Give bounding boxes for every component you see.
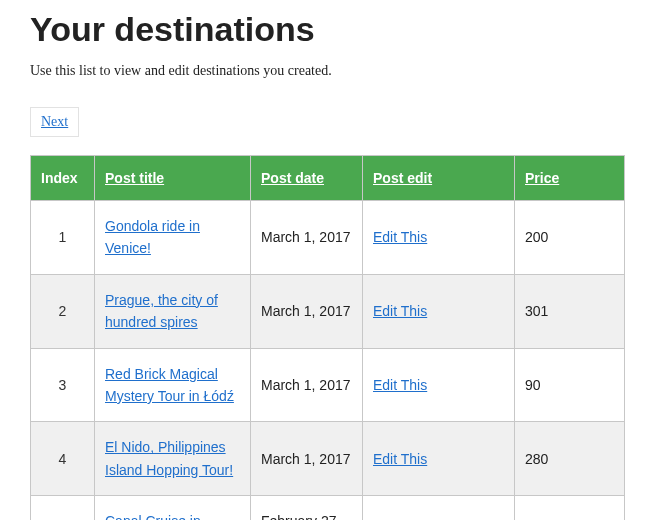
edit-link[interactable]: Edit This [373,451,427,467]
post-title-link[interactable]: Gondola ride in Venice! [105,218,200,256]
edit-link[interactable]: Edit This [373,229,427,245]
cell-price: 200 [515,201,625,275]
cell-price: 90 [515,348,625,422]
table-row: 5 Canal Cruise in Beautiful Amsterdam! F… [31,496,625,520]
cell-date: March 1, 2017 [251,348,363,422]
header-date-sort[interactable]: Post date [261,170,324,186]
destinations-table: Index Post title Post date Post edit Pri… [30,155,625,520]
post-title-link[interactable]: Prague, the city of hundred spires [105,292,218,330]
table-row: 3 Red Brick Magical Mystery Tour in Łódź… [31,348,625,422]
cell-price: 100 [515,496,625,520]
table-body: 1 Gondola ride in Venice! March 1, 2017 … [31,201,625,521]
cell-date: March 1, 2017 [251,274,363,348]
cell-index: 3 [31,348,95,422]
cell-index: 5 [31,496,95,520]
cell-date: February 27, 2017 [251,496,363,520]
page-title: Your destinations [30,10,622,49]
header-price-sort[interactable]: Price [525,170,559,186]
cell-date: March 1, 2017 [251,201,363,275]
table-row: 1 Gondola ride in Venice! March 1, 2017 … [31,201,625,275]
post-title-link[interactable]: El Nido, Philippines Island Hopping Tour… [105,439,233,477]
cell-date: March 1, 2017 [251,422,363,496]
cell-index: 4 [31,422,95,496]
table-row: 4 El Nido, Philippines Island Hopping To… [31,422,625,496]
header-edit-sort[interactable]: Post edit [373,170,432,186]
header-title-sort[interactable]: Post title [105,170,164,186]
post-title-link[interactable]: Canal Cruise in Beautiful Amsterdam! [105,513,238,520]
cell-index: 1 [31,201,95,275]
post-title-link[interactable]: Red Brick Magical Mystery Tour in Łódź [105,366,234,404]
table-row: 2 Prague, the city of hundred spires Mar… [31,274,625,348]
pager: Next [30,107,622,137]
cell-price: 301 [515,274,625,348]
edit-link[interactable]: Edit This [373,377,427,393]
cell-index: 2 [31,274,95,348]
edit-link[interactable]: Edit This [373,303,427,319]
cell-price: 280 [515,422,625,496]
page-subheading: Use this list to view and edit destinati… [30,63,622,79]
next-link[interactable]: Next [30,107,79,137]
header-index: Index [31,156,95,201]
